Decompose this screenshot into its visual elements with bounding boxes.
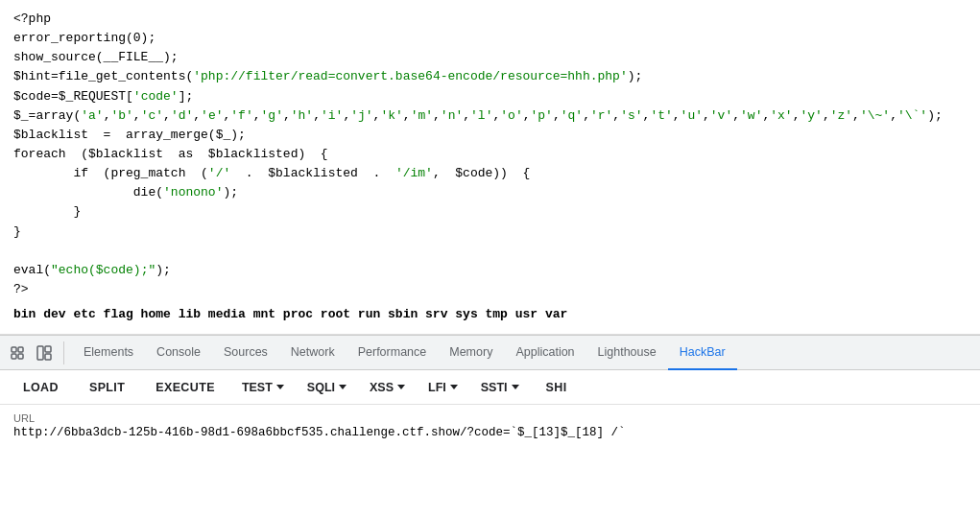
svg-rect-1 [18, 347, 23, 352]
code-line-13: eval("echo($code);"); [13, 261, 967, 280]
sqli-dropdown-arrow [339, 385, 347, 389]
tab-hackbar[interactable]: HackBar [668, 336, 737, 370]
shi-button[interactable]: SHI [533, 375, 581, 400]
svg-rect-4 [37, 346, 43, 360]
code-line-9: if (preg_match ('/' . $blacklisted . '/i… [13, 164, 967, 183]
execute-button[interactable]: EXECUTE [142, 375, 228, 400]
devtools-icon-group [6, 341, 64, 364]
devtools-panel: Elements Console Sources Network Perform… [0, 335, 980, 449]
code-line-blank [13, 242, 967, 261]
url-bar: URL http://6bba3dcb-125b-416b-98d1-698a6… [0, 405, 980, 449]
svg-rect-6 [45, 354, 51, 360]
cursor-icon[interactable] [6, 341, 29, 364]
svg-rect-3 [18, 354, 23, 359]
inspect-icon[interactable] [33, 341, 56, 364]
code-line-12: } [13, 223, 967, 242]
code-line-3: show_source(__FILE__); [13, 48, 967, 67]
tab-lighthouse[interactable]: Lighthouse [586, 336, 668, 370]
svg-rect-0 [12, 347, 16, 352]
code-line-5: $code=$_REQUEST['code']; [13, 87, 967, 106]
code-line-6: $_=array('a','b','c','d','e','f','g','h'… [13, 106, 967, 126]
url-label: URL [13, 412, 967, 424]
xss-button[interactable]: XSS [360, 375, 415, 400]
lfi-button[interactable]: LFI [418, 375, 467, 400]
code-line-10: die('nonono'); [13, 183, 967, 202]
tab-console[interactable]: Console [145, 336, 212, 370]
code-line-1: <?php [13, 10, 967, 29]
svg-rect-5 [45, 346, 51, 352]
hackbar-toolbar: LOAD SPLIT EXECUTE TEST SQLI XSS LFI SST… [0, 370, 980, 405]
code-output-line: bin dev etc flag home lib media mnt proc… [13, 305, 967, 324]
tab-network[interactable]: Network [279, 336, 347, 370]
test-button[interactable]: TEST [232, 375, 294, 400]
tab-application[interactable]: Application [504, 336, 586, 370]
ssti-button[interactable]: SSTI [471, 375, 529, 400]
url-value: http://6bba3dcb-125b-416b-98d1-698a6bbcf… [13, 426, 967, 439]
code-line-2: error_reporting(0); [13, 29, 967, 48]
code-line-11: } [13, 202, 967, 222]
devtools-tabs-row: Elements Console Sources Network Perform… [0, 336, 980, 370]
code-line-8: foreach ($blacklist as $blacklisted) { [13, 145, 967, 164]
svg-rect-2 [12, 354, 16, 359]
tab-sources[interactable]: Sources [212, 336, 279, 370]
tab-elements[interactable]: Elements [72, 336, 145, 370]
code-line-7: $blacklist = array_merge($_); [13, 126, 967, 145]
sqli-button[interactable]: SQLI [298, 375, 356, 400]
load-button[interactable]: LOAD [10, 375, 72, 400]
lfi-dropdown-arrow [450, 385, 458, 389]
xss-dropdown-arrow [397, 385, 405, 389]
code-display: <?php error_reporting(0); show_source(__… [0, 0, 980, 335]
code-line-14: ?> [13, 280, 967, 299]
ssti-dropdown-arrow [512, 385, 519, 389]
tab-memory[interactable]: Memory [438, 336, 504, 370]
code-line-4: $hint=file_get_contents('php://filter/re… [13, 67, 967, 86]
tab-performance[interactable]: Performance [347, 336, 439, 370]
split-button[interactable]: SPLIT [76, 375, 138, 400]
test-dropdown-arrow [276, 385, 284, 389]
